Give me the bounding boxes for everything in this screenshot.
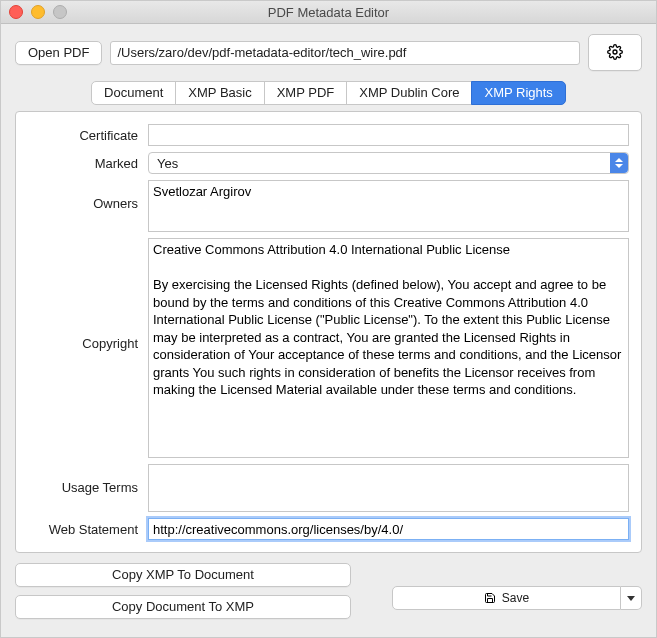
bottom-left-group: Copy XMP To Document Copy Document To XM… [15,563,325,619]
floppy-icon [484,592,496,604]
titlebar: PDF Metadata Editor [1,1,656,24]
owners-field[interactable] [148,180,629,232]
app-window: PDF Metadata Editor Open PDF Document XM… [0,0,657,638]
label-usage-terms: Usage Terms [28,480,148,495]
save-dropdown-button[interactable] [621,586,642,610]
chevron-up-icon [615,158,623,162]
marked-select[interactable]: Yes [148,152,629,174]
usage-terms-field[interactable] [148,464,629,512]
save-button-label: Save [502,591,529,605]
bottom-right-group: Save [349,563,642,619]
window-title: PDF Metadata Editor [1,5,656,20]
save-button[interactable]: Save [392,586,621,610]
label-certificate: Certificate [28,128,148,143]
row-marked: Marked Yes [28,152,629,174]
select-stepper-icon [610,153,628,173]
file-path-field[interactable] [110,41,580,65]
open-pdf-button[interactable]: Open PDF [15,41,102,65]
tab-document[interactable]: Document [91,81,176,105]
gear-icon [607,44,623,60]
minimize-icon[interactable] [31,5,45,19]
marked-select-value: Yes [148,152,629,174]
label-owners: Owners [28,196,148,211]
copy-xmp-to-document-button[interactable]: Copy XMP To Document [15,563,351,587]
xmp-rights-panel: Certificate Marked Yes Owners Copyrig [15,111,642,553]
bottom-bar: Copy XMP To Document Copy Document To XM… [1,553,656,619]
row-certificate: Certificate [28,124,629,146]
chevron-down-icon [615,164,623,168]
row-web-statement: Web Statement [28,518,629,540]
tab-bar: Document XMP Basic XMP PDF XMP Dublin Co… [1,79,656,105]
certificate-field[interactable] [148,124,629,146]
save-split-button: Save [392,586,642,610]
row-usage-terms: Usage Terms [28,464,629,512]
label-marked: Marked [28,156,148,171]
window-controls [1,5,67,19]
zoom-icon[interactable] [53,5,67,19]
label-copyright: Copyright [28,336,148,351]
toolbar: Open PDF [1,24,656,79]
label-web-statement: Web Statement [28,522,148,537]
tabstrip: Document XMP Basic XMP PDF XMP Dublin Co… [91,81,566,105]
tab-xmp-rights[interactable]: XMP Rights [471,81,565,105]
close-icon[interactable] [9,5,23,19]
web-statement-field[interactable] [148,518,629,540]
svg-point-0 [613,50,617,54]
panel-wrap: Certificate Marked Yes Owners Copyrig [1,105,656,553]
tab-xmp-basic[interactable]: XMP Basic [175,81,264,105]
copy-document-to-xmp-button[interactable]: Copy Document To XMP [15,595,351,619]
tab-xmp-dublin-core[interactable]: XMP Dublin Core [346,81,472,105]
copyright-field[interactable] [148,238,629,458]
row-owners: Owners [28,180,629,232]
settings-button[interactable] [588,34,642,71]
row-copyright: Copyright [28,238,629,458]
tab-xmp-pdf[interactable]: XMP PDF [264,81,348,105]
caret-down-icon [627,596,635,601]
